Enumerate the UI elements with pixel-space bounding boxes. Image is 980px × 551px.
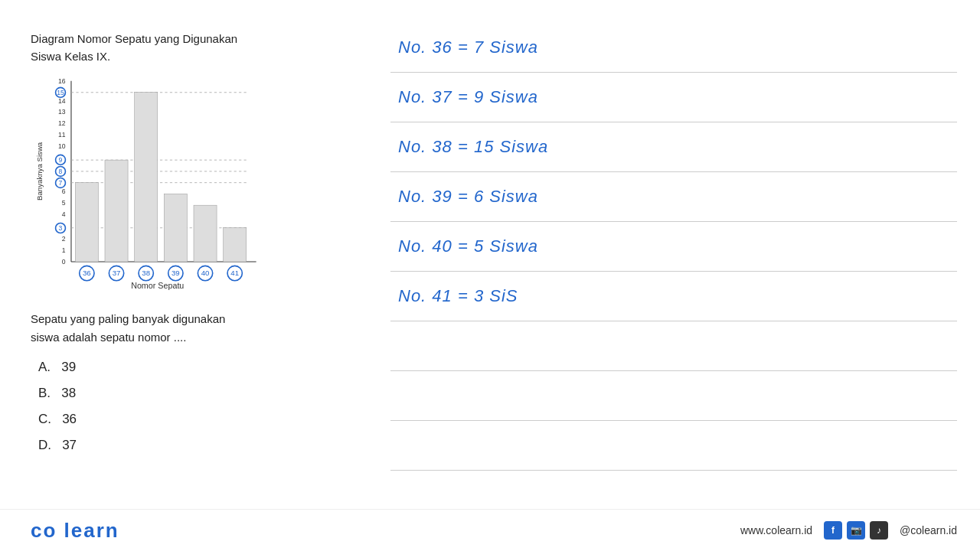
y-tick-0: 0 <box>62 258 66 266</box>
y-tick-1: 1 <box>62 246 66 254</box>
y-axis-label: Banyaknya Siswa <box>35 142 44 201</box>
x-axis-label: Nomor Sepatu <box>131 281 184 290</box>
footer: co learn www.colearn.id f 📷 ♪ @colearn.i… <box>0 509 980 551</box>
y-tick-2: 2 <box>62 235 66 243</box>
answer-text-39: No. 39 = 6 Siswa <box>390 183 546 210</box>
answer-text-40: No. 40 = 5 Siswa <box>390 233 546 260</box>
diagram-title: Diagram Nomor Sepatu yang Digunakan Sisw… <box>31 31 352 65</box>
option-c: C. 36 <box>38 406 352 432</box>
answer-lines: No. 36 = 7 Siswa No. 37 = 9 Siswa No. 38… <box>390 23 957 520</box>
y-tick-9: 9 <box>59 156 63 164</box>
x-label-41: 41 <box>230 269 239 277</box>
bar-38 <box>135 93 158 262</box>
right-panel: No. 36 = 7 Siswa No. 37 = 9 Siswa No. 38… <box>375 0 980 551</box>
tiktok-icon: ♪ <box>870 521 888 540</box>
instagram-icon: 📷 <box>847 521 865 540</box>
y-tick-15: 15 <box>57 89 64 96</box>
question-text: Sepatu yang paling banyak digunakan sisw… <box>31 310 352 347</box>
y-tick-12: 12 <box>58 119 66 127</box>
footer-logo: co learn <box>31 519 119 543</box>
facebook-icon: f <box>824 521 842 540</box>
bar-37 <box>105 160 128 262</box>
answer-row-36: No. 36 = 7 Siswa <box>390 23 957 73</box>
bar-chart: Banyaknya Siswa 0 1 2 3 <box>31 73 268 295</box>
answer-text-41: No. 41 = 3 SiS <box>390 282 525 310</box>
bar-39 <box>164 194 187 262</box>
y-tick-4: 4 <box>62 210 66 218</box>
y-tick-11: 11 <box>58 131 66 139</box>
y-tick-14: 14 <box>58 97 66 105</box>
answer-row-41: No. 41 = 3 SiS <box>390 272 957 321</box>
bar-40 <box>194 205 217 262</box>
answer-row-37: No. 37 = 9 Siswa <box>390 73 957 122</box>
answer-row-40: No. 40 = 5 Siswa <box>390 222 957 272</box>
chart-container: Banyaknya Siswa 0 1 2 3 <box>31 73 268 295</box>
y-tick-10: 10 <box>58 142 66 150</box>
option-d: D. 37 <box>38 432 352 458</box>
x-label-37: 37 <box>113 269 121 277</box>
y-tick-7: 7 <box>59 179 63 187</box>
answer-text-38: No. 38 = 15 Siswa <box>390 133 556 161</box>
x-label-40: 40 <box>201 269 210 277</box>
answer-row-blank1 <box>390 321 957 371</box>
answer-text-36: No. 36 = 7 Siswa <box>390 34 546 61</box>
footer-website: www.colearn.id <box>740 524 812 536</box>
footer-right: www.colearn.id f 📷 ♪ @colearn.id <box>740 521 957 540</box>
answer-row-blank3 <box>390 421 957 471</box>
answer-row-38: No. 38 = 15 Siswa <box>390 122 957 172</box>
option-a: A. 39 <box>38 354 352 380</box>
answer-text-37: No. 37 = 9 Siswa <box>390 83 546 111</box>
answer-row-blank2 <box>390 371 957 421</box>
options-list: A. 39 B. 38 C. 36 D. 37 <box>38 354 352 458</box>
y-tick-3: 3 <box>59 224 63 232</box>
y-tick-6: 6 <box>62 187 66 195</box>
x-label-38: 38 <box>142 269 150 277</box>
social-handle: @colearn.id <box>900 524 957 536</box>
bar-36 <box>75 183 98 262</box>
option-b: B. 38 <box>38 380 352 406</box>
x-label-36: 36 <box>83 269 91 277</box>
left-panel: Diagram Nomor Sepatu yang Digunakan Sisw… <box>0 0 375 551</box>
x-label-39: 39 <box>172 269 180 277</box>
answer-row-39: No. 39 = 6 Siswa <box>390 172 957 222</box>
y-tick-8: 8 <box>59 168 63 175</box>
y-tick-16: 16 <box>58 77 66 85</box>
y-tick-13: 13 <box>58 108 66 116</box>
bar-41 <box>224 228 247 262</box>
y-tick-5: 5 <box>62 199 66 207</box>
social-icons: f 📷 ♪ <box>824 521 888 540</box>
